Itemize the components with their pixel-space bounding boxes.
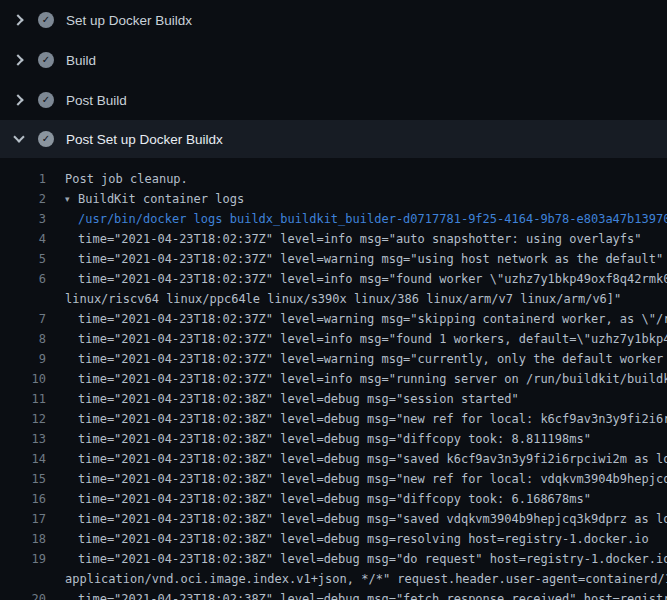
log-line-number[interactable]: 20 bbox=[0, 589, 46, 600]
log-line: 18time="2021-04-23T18:02:38Z" level=debu… bbox=[0, 529, 667, 549]
log-line: 16time="2021-04-23T18:02:38Z" level=debu… bbox=[0, 489, 667, 509]
log-line: application/vnd.oci.image.index.v1+json,… bbox=[0, 569, 667, 589]
log-line-number[interactable]: 10 bbox=[0, 369, 46, 389]
log-line-number[interactable]: 4 bbox=[0, 229, 46, 249]
check-circle-icon: ✓ bbox=[38, 12, 54, 28]
log-line-number bbox=[0, 569, 46, 589]
log-line-number[interactable]: 15 bbox=[0, 469, 46, 489]
chevron-down-icon bbox=[12, 132, 26, 146]
log-line-text: application/vnd.oci.image.index.v1+json,… bbox=[65, 569, 667, 589]
step-label: Post Set up Docker Buildx bbox=[66, 132, 223, 147]
chevron-right-icon bbox=[12, 93, 26, 107]
log-line: 10time="2021-04-23T18:02:37Z" level=info… bbox=[0, 369, 667, 389]
check-circle-icon: ✓ bbox=[38, 92, 54, 108]
check-icon: ✓ bbox=[42, 55, 50, 65]
log-line: 20time="2021-04-23T18:02:38Z" level=debu… bbox=[0, 589, 667, 600]
step-row-post-set-up-docker-buildx[interactable]: ✓Post Set up Docker Buildx bbox=[0, 120, 667, 158]
log-line: 15time="2021-04-23T18:02:38Z" level=debu… bbox=[0, 469, 667, 489]
log-line-number[interactable]: 17 bbox=[0, 509, 46, 529]
log-line: 12time="2021-04-23T18:02:38Z" level=debu… bbox=[0, 409, 667, 429]
actions-log-viewer: ✓Set up Docker Buildx✓Build✓Post Build✓P… bbox=[0, 0, 667, 600]
log-area: 1Post job cleanup.2▾BuildKit container l… bbox=[0, 158, 667, 600]
log-line-text: time="2021-04-23T18:02:38Z" level=debug … bbox=[78, 389, 519, 409]
log-line-text: time="2021-04-23T18:02:38Z" level=debug … bbox=[78, 509, 667, 529]
step-row-set-up-docker-buildx[interactable]: ✓Set up Docker Buildx bbox=[0, 0, 667, 40]
check-icon: ✓ bbox=[42, 15, 50, 25]
log-line-text: time="2021-04-23T18:02:38Z" level=debug … bbox=[78, 549, 667, 569]
log-line-text: time="2021-04-23T18:02:37Z" level=warnin… bbox=[78, 249, 663, 269]
log-line: 14time="2021-04-23T18:02:38Z" level=debu… bbox=[0, 449, 667, 469]
log-line-number[interactable]: 3 bbox=[0, 209, 46, 229]
log-line-number[interactable]: 5 bbox=[0, 249, 46, 269]
log-line-number[interactable]: 6 bbox=[0, 269, 46, 289]
log-line: 9time="2021-04-23T18:02:37Z" level=warni… bbox=[0, 349, 667, 369]
log-line: 13time="2021-04-23T18:02:38Z" level=debu… bbox=[0, 429, 667, 449]
caret-down-icon[interactable]: ▾ bbox=[65, 189, 78, 209]
log-line: 19time="2021-04-23T18:02:38Z" level=debu… bbox=[0, 549, 667, 569]
check-icon: ✓ bbox=[42, 134, 50, 144]
log-line-text: time="2021-04-23T18:02:38Z" level=debug … bbox=[78, 449, 667, 469]
log-line-text: time="2021-04-23T18:02:38Z" level=debug … bbox=[78, 409, 667, 429]
check-icon: ✓ bbox=[42, 95, 50, 105]
check-circle-icon: ✓ bbox=[38, 131, 54, 147]
log-line-number[interactable]: 18 bbox=[0, 529, 46, 549]
step-label: Build bbox=[66, 53, 96, 68]
log-group-label: BuildKit container logs bbox=[78, 192, 244, 206]
log-line-text: time="2021-04-23T18:02:38Z" level=debug … bbox=[78, 489, 591, 509]
log-line: 7time="2021-04-23T18:02:37Z" level=warni… bbox=[0, 309, 667, 329]
log-line-text: linux/riscv64 linux/ppc64le linux/s390x … bbox=[65, 289, 621, 309]
log-line-number bbox=[0, 289, 46, 309]
log-line-text: time="2021-04-23T18:02:37Z" level=warnin… bbox=[78, 349, 667, 369]
log-line-text: time="2021-04-23T18:02:38Z" level=debug … bbox=[78, 429, 591, 449]
check-circle-icon: ✓ bbox=[38, 52, 54, 68]
log-line-text: time="2021-04-23T18:02:38Z" level=debug … bbox=[78, 529, 649, 549]
log-line-number[interactable]: 14 bbox=[0, 449, 46, 469]
steps-list: ✓Set up Docker Buildx✓Build✓Post Build✓P… bbox=[0, 0, 667, 158]
log-line-number[interactable]: 7 bbox=[0, 309, 46, 329]
log-line: 1Post job cleanup. bbox=[0, 169, 667, 189]
log-line-number[interactable]: 1 bbox=[0, 169, 46, 189]
log-line-number[interactable]: 2 bbox=[0, 189, 46, 209]
log-line-number[interactable]: 16 bbox=[0, 489, 46, 509]
log-line-text: Post job cleanup. bbox=[65, 169, 188, 189]
step-label: Set up Docker Buildx bbox=[66, 13, 192, 28]
log-line-number[interactable]: 12 bbox=[0, 409, 46, 429]
log-line: 6time="2021-04-23T18:02:37Z" level=info … bbox=[0, 269, 667, 289]
step-row-build[interactable]: ✓Build bbox=[0, 40, 667, 80]
chevron-right-icon bbox=[12, 53, 26, 67]
log-line: 8time="2021-04-23T18:02:37Z" level=info … bbox=[0, 329, 667, 349]
log-line-text: time="2021-04-23T18:02:37Z" level=info m… bbox=[78, 329, 667, 349]
log-line: 5time="2021-04-23T18:02:37Z" level=warni… bbox=[0, 249, 667, 269]
log-line-number[interactable]: 9 bbox=[0, 349, 46, 369]
log-line-number[interactable]: 19 bbox=[0, 549, 46, 569]
log-line-number[interactable]: 8 bbox=[0, 329, 46, 349]
log-line-text: time="2021-04-23T18:02:37Z" level=info m… bbox=[78, 229, 642, 249]
log-line: 2▾BuildKit container logs bbox=[0, 189, 667, 209]
step-row-post-build[interactable]: ✓Post Build bbox=[0, 80, 667, 120]
log-line-text: time="2021-04-23T18:02:38Z" level=debug … bbox=[78, 589, 667, 600]
log-line-text: time="2021-04-23T18:02:38Z" level=debug … bbox=[78, 469, 667, 489]
log-line: 3/usr/bin/docker logs buildx_buildkit_bu… bbox=[0, 209, 667, 229]
log-line: linux/riscv64 linux/ppc64le linux/s390x … bbox=[0, 289, 667, 309]
log-line-text: time="2021-04-23T18:02:37Z" level=info m… bbox=[78, 269, 667, 289]
step-label: Post Build bbox=[66, 93, 127, 108]
log-line: 11time="2021-04-23T18:02:38Z" level=debu… bbox=[0, 389, 667, 409]
log-line-text: time="2021-04-23T18:02:37Z" level=info m… bbox=[78, 369, 667, 389]
log-line-text: time="2021-04-23T18:02:37Z" level=warnin… bbox=[78, 309, 667, 329]
log-line-number[interactable]: 13 bbox=[0, 429, 46, 449]
log-line: 17time="2021-04-23T18:02:38Z" level=debu… bbox=[0, 509, 667, 529]
chevron-right-icon bbox=[12, 13, 26, 27]
log-line-number[interactable]: 11 bbox=[0, 389, 46, 409]
log-line: 4time="2021-04-23T18:02:37Z" level=info … bbox=[0, 229, 667, 249]
log-command-text: /usr/bin/docker logs buildx_buildkit_bui… bbox=[78, 209, 667, 229]
log-group-toggle[interactable]: ▾BuildKit container logs bbox=[65, 189, 244, 209]
